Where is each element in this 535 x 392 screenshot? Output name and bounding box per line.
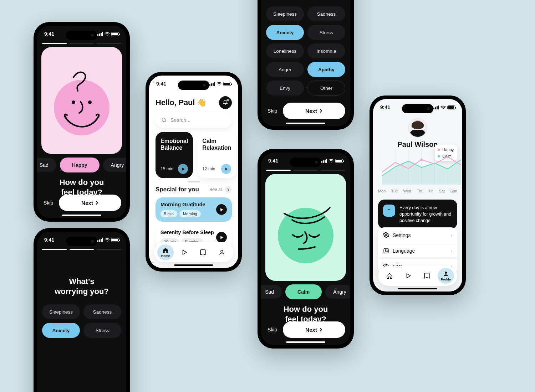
- tag-duration: 5 min: [160, 210, 177, 217]
- svg-point-1: [72, 100, 75, 104]
- book-icon: [200, 249, 206, 256]
- next-button[interactable]: Next: [59, 195, 121, 211]
- play-icon: [220, 208, 224, 212]
- quote-icon: “: [383, 205, 395, 217]
- avatar[interactable]: [408, 118, 427, 138]
- worry-chip[interactable]: Sleepiness: [42, 304, 80, 319]
- mood-illustration-card: [41, 47, 122, 154]
- tab-home[interactable]: Home: [157, 244, 174, 260]
- worry-chip[interactable]: Loneliness: [266, 43, 304, 58]
- svg-point-5: [278, 208, 333, 263]
- tab-library[interactable]: [419, 268, 435, 284]
- chevron-right-icon: ›: [450, 232, 452, 238]
- settings-row-language[interactable]: Language ›: [378, 243, 457, 258]
- chart-axis-days: MonTueWedThuFriSatSun: [378, 189, 457, 193]
- mood-chip-row: Sad Calm Angry: [261, 284, 350, 299]
- skip-button[interactable]: Skip: [266, 104, 279, 117]
- next-button[interactable]: Next: [283, 103, 345, 119]
- settings-row-settings[interactable]: Settings ›: [378, 227, 457, 243]
- worry-chip-selected[interactable]: Anxiety: [266, 25, 304, 40]
- question-text: How do youfeel today?: [261, 304, 350, 324]
- progress-segments: [266, 170, 345, 171]
- home-icon: [386, 273, 393, 279]
- status-indicators: [97, 32, 119, 36]
- worry-chip[interactable]: Insomnia: [307, 43, 345, 58]
- worry-chip-selected[interactable]: Anxiety: [42, 323, 80, 338]
- greeting-title: Hello, Paul 👋: [156, 98, 207, 107]
- mood-chart: [376, 149, 462, 188]
- play-outline-icon: [181, 249, 188, 256]
- status-indicators: [433, 105, 455, 109]
- worry-chip[interactable]: Anger: [266, 62, 304, 77]
- status-indicators: [321, 159, 343, 163]
- svg-point-2: [88, 100, 92, 104]
- worry-chip-other[interactable]: Other: [307, 81, 345, 96]
- session-row-morning-gratitude[interactable]: Morning Gratitude 5 minMorning: [156, 197, 232, 222]
- profile-name: Paul Wilson: [397, 140, 438, 149]
- worry-chip[interactable]: Sadness: [307, 6, 345, 21]
- play-icon: [220, 236, 224, 239]
- play-button[interactable]: [216, 232, 227, 243]
- chevron-right-icon: ›: [450, 248, 452, 254]
- worry-chip-grid: Sleepiness Sadness Anxiety Stress Loneli…: [266, 6, 345, 96]
- search-input[interactable]: Search...: [156, 113, 232, 128]
- tab-profile[interactable]: Profile: [438, 268, 454, 284]
- session-duration: 12 min: [202, 166, 215, 171]
- svg-point-14: [385, 234, 387, 236]
- language-icon: [383, 248, 389, 254]
- search-icon: [161, 117, 167, 123]
- session-duration: 15 min: [160, 166, 173, 171]
- worry-chip[interactable]: Envy: [266, 81, 304, 96]
- tab-play[interactable]: [176, 244, 193, 260]
- tab-bar: Profile: [378, 266, 457, 286]
- play-button[interactable]: [216, 204, 227, 215]
- worry-chip[interactable]: Stress: [307, 25, 345, 40]
- mood-chip-sad[interactable]: Sad: [261, 285, 282, 299]
- chevron-right-icon: [227, 188, 230, 191]
- worry-chip[interactable]: Sadness: [83, 304, 121, 319]
- see-all-link[interactable]: See all: [209, 186, 232, 193]
- calm-face-icon: [270, 190, 341, 265]
- mood-chip-sad[interactable]: Sad: [37, 158, 56, 172]
- svg-point-17: [445, 272, 447, 274]
- mood-chip-calm[interactable]: Calm: [285, 284, 322, 299]
- chevron-right-icon: [319, 328, 323, 331]
- tab-play[interactable]: [400, 268, 417, 284]
- chevron-right-icon: [95, 201, 99, 205]
- notifications-button[interactable]: [219, 96, 232, 109]
- user-icon: [219, 249, 225, 256]
- status-time: 9:41: [156, 81, 166, 87]
- tab-library[interactable]: [195, 244, 211, 260]
- search-placeholder: Search...: [170, 117, 190, 123]
- skip-button[interactable]: Skip: [266, 323, 279, 336]
- next-button[interactable]: Next: [283, 321, 345, 338]
- status-indicators: [209, 82, 231, 86]
- play-button[interactable]: [178, 164, 188, 174]
- status-time: 9:41: [380, 104, 390, 110]
- session-card-calm-relaxation[interactable]: CalmRelaxation 12 min: [197, 132, 236, 178]
- status-indicators: [97, 238, 119, 242]
- tab-profile[interactable]: [214, 244, 230, 260]
- session-card-emotional-balance[interactable]: EmotionalBalance 15 min: [156, 132, 193, 178]
- mood-chip-happy[interactable]: Happy: [60, 158, 100, 172]
- drag-handle[interactable]: [188, 181, 200, 182]
- worry-chip[interactable]: Sleepiness: [266, 6, 304, 21]
- session-title: Morning Gratitude: [160, 202, 205, 207]
- play-button[interactable]: [221, 164, 231, 174]
- question-text: What'sworrying you?: [37, 277, 126, 296]
- question-text: How do youfeel today?: [37, 177, 126, 197]
- session-title: Serenity Before Sleep: [160, 229, 214, 235]
- tag-time: Morning: [179, 210, 201, 217]
- worry-chip-selected[interactable]: Apathy: [307, 62, 345, 77]
- progress-segments: [42, 249, 121, 250]
- mood-chip-angry[interactable]: Angry: [325, 285, 350, 299]
- status-time: 9:41: [268, 158, 278, 164]
- tab-home[interactable]: [381, 268, 398, 284]
- worry-chip[interactable]: Stress: [83, 323, 121, 338]
- chevron-right-icon: [319, 109, 323, 113]
- worry-chip-grid: Sleepiness Sadness Anxiety Stress: [42, 304, 121, 338]
- quote-card: “ Every day is a new opportunity for gro…: [378, 200, 457, 229]
- skip-button[interactable]: Skip: [42, 196, 55, 209]
- mood-chip-angry[interactable]: Angry: [103, 158, 126, 172]
- gear-icon: [383, 232, 389, 238]
